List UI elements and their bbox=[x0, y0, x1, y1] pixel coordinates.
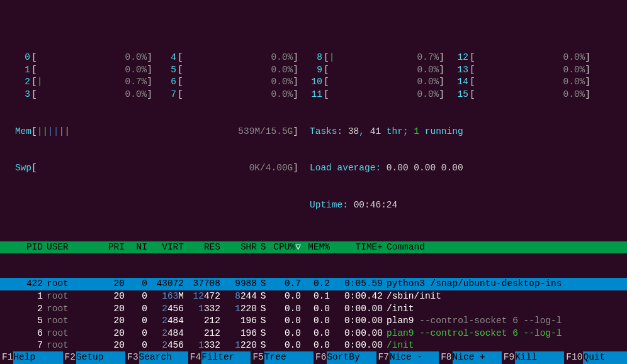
cpu-meter: 0[0.0%] bbox=[6, 52, 152, 64]
cpu-meter: 10[0.0%] bbox=[298, 76, 444, 89]
process-row[interactable]: 1root200163M124728244S0.00.10:00.42/sbin… bbox=[0, 290, 627, 303]
col-virt[interactable]: VIRT bbox=[147, 241, 184, 254]
fkey-label: F10 bbox=[564, 351, 583, 364]
cpu-meter: 1[0.0%] bbox=[6, 64, 152, 77]
tasks-info: Tasks: 38, 41 thr; 1 running bbox=[298, 126, 463, 138]
footer-item[interactable]: F4Filter bbox=[188, 351, 251, 364]
sort-indicator-icon: ▽ bbox=[295, 242, 301, 252]
fkey-action: Tree bbox=[264, 351, 314, 364]
cpu-meter: 3[0.0%] bbox=[6, 89, 152, 101]
fkey-action: Setup bbox=[76, 351, 125, 364]
swp-bars bbox=[37, 162, 249, 175]
fkey-label: F4 bbox=[188, 351, 201, 364]
col-ni[interactable]: NI bbox=[125, 241, 147, 254]
process-row[interactable]: 5root2002484212196S0.00.00:00.00plan9 --… bbox=[0, 315, 627, 328]
col-mem[interactable]: MEM% bbox=[301, 241, 330, 254]
process-row[interactable]: 7root200245613321220S0.00.00:00.00/init bbox=[0, 339, 627, 352]
process-row[interactable]: 422root20043072377089988S0.70.20:05.59py… bbox=[0, 278, 627, 290]
footer-item[interactable]: F3Search bbox=[125, 351, 188, 364]
cpu-meter: 11[0.0%] bbox=[298, 89, 444, 101]
footer-item[interactable]: F2Setup bbox=[63, 351, 126, 364]
fkey-label: F9 bbox=[502, 351, 515, 364]
col-cpu[interactable]: CPU%▽ bbox=[269, 241, 301, 254]
cpu-meter: 9[0.0%] bbox=[298, 64, 444, 77]
swp-label: Swp bbox=[6, 162, 31, 175]
load-average: Load average: 0.00 0.00 0.00 bbox=[298, 162, 463, 175]
col-shr[interactable]: SHR bbox=[220, 241, 257, 254]
cpu-meter: 4[0.0%] bbox=[152, 52, 298, 64]
col-user[interactable]: USER bbox=[43, 241, 97, 254]
mem-label: Mem bbox=[6, 126, 31, 138]
fkey-label: F5 bbox=[251, 351, 264, 364]
process-row[interactable]: 6root2002484212196S0.00.00:00.00plan9 --… bbox=[0, 328, 627, 340]
process-row[interactable]: 2root200245613321220S0.00.00:00.00/init bbox=[0, 303, 627, 316]
fkey-action: Search bbox=[139, 351, 188, 364]
cpu-meter: 6[0.0%] bbox=[152, 76, 298, 89]
fkey-action: Nice - bbox=[390, 351, 439, 364]
fkey-label: F1 bbox=[0, 351, 13, 364]
mem-row: Mem [ |||||| 539M/15.5G ] Tasks: 38, 41 … bbox=[0, 126, 627, 138]
uptime-row: Uptime: 00:46:24 bbox=[0, 199, 627, 212]
column-header[interactable]: PID USER PRI NI VIRT RES SHR S CPU%▽ MEM… bbox=[0, 241, 627, 254]
col-s[interactable]: S bbox=[257, 241, 269, 254]
fkey-label: F8 bbox=[439, 351, 452, 364]
cpu-meter: 7[0.0%] bbox=[152, 89, 298, 101]
fkey-action: Filter bbox=[201, 351, 251, 364]
fkey-action: SortBy bbox=[327, 351, 376, 364]
footer-item[interactable]: F1Help bbox=[0, 351, 63, 364]
cpu-meter: 13[0.0%] bbox=[444, 64, 590, 77]
fkey-label: F7 bbox=[376, 351, 390, 364]
mem-value: 539M/15.5G bbox=[238, 126, 293, 138]
fkey-action: Kill bbox=[515, 351, 564, 364]
footer-bar: F1Help F2Setup F3SearchF4FilterF5Tree F6… bbox=[0, 351, 627, 364]
swp-row: Swp [ 0K/4.00G ] Load average: 0.00 0.00… bbox=[0, 162, 627, 175]
footer-item[interactable]: F10Quit bbox=[564, 351, 627, 364]
col-cmd[interactable]: Command bbox=[383, 241, 621, 254]
footer-item[interactable]: F8Nice + bbox=[439, 351, 502, 364]
cpu-meter: 14[0.0%] bbox=[444, 76, 590, 89]
cpu-meter: 8[|0.7%] bbox=[298, 52, 444, 64]
col-res[interactable]: RES bbox=[184, 241, 220, 254]
fkey-action: Quit bbox=[583, 351, 626, 364]
fkey-action: Help bbox=[13, 351, 62, 364]
uptime: Uptime: 00:46:24 bbox=[298, 199, 397, 212]
fkey-label: F6 bbox=[314, 351, 327, 364]
cpu-meters: 0[0.0%]4[0.0%]8[|0.7%]12[0.0%]1[0.0%]5[0… bbox=[0, 49, 627, 101]
footer-item[interactable]: F5Tree bbox=[251, 351, 314, 364]
swp-value: 0K/4.00G bbox=[249, 162, 293, 175]
col-time[interactable]: TIME+ bbox=[330, 241, 383, 254]
footer-item[interactable]: F6SortBy bbox=[314, 351, 376, 364]
fkey-action: Nice + bbox=[453, 351, 502, 364]
footer-item[interactable]: F7Nice - bbox=[376, 351, 439, 364]
fkey-label: F2 bbox=[63, 351, 76, 364]
cpu-meter: 5[0.0%] bbox=[152, 64, 298, 77]
footer-item[interactable]: F9Kill bbox=[502, 351, 565, 364]
cpu-meter: 15[0.0%] bbox=[444, 89, 590, 101]
fkey-label: F3 bbox=[125, 351, 138, 364]
col-pri[interactable]: PRI bbox=[97, 241, 125, 254]
col-pid[interactable]: PID bbox=[6, 241, 43, 254]
mem-bars: |||||| bbox=[37, 126, 239, 138]
cpu-meter: 2[|0.7%] bbox=[6, 76, 152, 89]
cpu-meter: 12[0.0%] bbox=[444, 52, 590, 64]
